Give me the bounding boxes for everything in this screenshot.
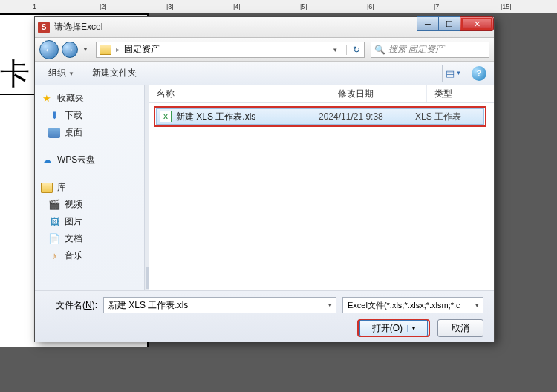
library-icon [41,182,53,194]
folder-icon [100,45,111,55]
forward-button[interactable]: → [62,42,78,58]
help-button[interactable]: ? [472,66,486,81]
sidebar-music[interactable]: ♪ 音乐 [35,247,144,264]
open-button[interactable]: 打开(O) [359,320,428,336]
column-headers[interactable]: 名称 修改日期 类型 [149,85,494,103]
sidebar-libraries[interactable]: 库 [35,179,144,196]
download-icon: ⬇ [48,110,60,122]
background-card-glyph: 卡 [0,53,30,94]
breadcrumb-dropdown[interactable]: ▾ [331,46,342,53]
cancel-button[interactable]: 取消 [437,319,483,337]
open-button-annotation: 打开(O) [357,319,430,337]
music-icon: ♪ [48,250,60,262]
file-list[interactable]: X 新建 XLS 工作表.xls 2024/11/21 9:38 XLS 工作表 [149,103,494,290]
picture-icon: 🖼 [48,216,60,228]
video-icon: 🎬 [48,199,60,211]
column-name[interactable]: 名称 [149,85,330,102]
desktop-icon [48,127,60,139]
star-icon: ★ [41,93,53,105]
window-buttons: ─ ☐ ✕ [417,16,494,31]
organize-menu[interactable]: 组织▼ [42,65,80,82]
dialog-title: 请选择Excel [54,21,102,33]
file-open-dialog: S 请选择Excel ─ ☐ ✕ ← → ▼ ▸ 固定资产 ▾ ↻ 🔍 搜索 固… [34,16,495,342]
dialog-buttons: 打开(O) 取消 [45,319,483,337]
search-icon: 🔍 [374,45,385,55]
sidebar-favorites[interactable]: ★ 收藏夹 [35,90,144,107]
ruler: 1|2||3||4||5||6||7||15| [0,0,557,13]
file-row-selected[interactable]: X 新建 XLS 工作表.xls 2024/11/21 9:38 XLS 工作表 [156,108,484,125]
arrow-right-icon: → [65,45,74,55]
document-icon: 📄 [48,233,60,245]
sidebar-desktop[interactable]: 桌面 [35,124,144,141]
file-type: XLS 工作表 [415,111,481,123]
back-button[interactable]: ← [39,40,59,59]
maximize-button[interactable]: ☐ [438,16,460,31]
search-placeholder: 搜索 固定资产 [388,43,444,56]
search-input[interactable]: 🔍 搜索 固定资产 [371,42,489,58]
highlighted-file-annotation: X 新建 XLS 工作表.xls 2024/11/21 9:38 XLS 工作表 [154,106,486,127]
sidebar-wps-cloud[interactable]: ☁ WPS云盘 [35,151,144,169]
sidebar-documents[interactable]: 📄 文档 [35,230,144,247]
cloud-icon: ☁ [41,154,53,166]
organize-toolbar: 组织▼ 新建文件夹 ▤▼ ? [35,62,494,85]
view-options-button[interactable]: ▤▼ [442,65,464,82]
file-name: 新建 XLS 工作表.xls [176,111,319,123]
arrow-left-icon: ← [44,44,54,56]
column-type[interactable]: 类型 [427,85,494,102]
filename-label: 文件名(N): [45,299,97,312]
sidebar-videos[interactable]: 🎬 视频 [35,196,144,213]
dialog-bottom-panel: 文件名(N): 新建 XLS 工作表.xls Excel文件(*.xls;*.x… [35,290,494,342]
close-button[interactable]: ✕ [460,16,494,31]
breadcrumb-bar[interactable]: ▸ 固定资产 ▾ ↻ [96,42,365,58]
titlebar[interactable]: S 请选择Excel ─ ☐ ✕ [35,17,494,38]
new-folder-button[interactable]: 新建文件夹 [86,65,143,82]
dialog-body: ★ 收藏夹 ⬇ 下载 桌面 ☁ WPS云盘 库 🎬 [35,85,494,290]
filename-row: 文件名(N): 新建 XLS 工作表.xls Excel文件(*.xls;*.x… [45,297,483,313]
column-date[interactable]: 修改日期 [330,85,427,102]
refresh-button[interactable]: ↻ [346,45,361,55]
nav-history-dropdown[interactable]: ▼ [81,46,90,53]
sidebar-pictures[interactable]: 🖼 图片 [35,213,144,230]
breadcrumb-current[interactable]: 固定资产 [124,43,160,56]
nav-toolbar: ← → ▼ ▸ 固定资产 ▾ ↻ 🔍 搜索 固定资产 [35,38,494,62]
minimize-button[interactable]: ─ [417,16,439,31]
sidebar-downloads[interactable]: ⬇ 下载 [35,107,144,124]
file-type-filter[interactable]: Excel文件(*.xls;*.xlsx;*.xlsm;*.c [342,297,483,313]
file-date: 2024/11/21 9:38 [319,111,415,122]
chevron-right-icon: ▸ [116,45,120,53]
app-icon: S [38,22,50,33]
xls-file-icon: X [160,111,172,122]
filename-combobox[interactable]: 新建 XLS 工作表.xls [103,297,336,313]
file-list-pane: 名称 修改日期 类型 X 新建 XLS 工作表.xls 2024/11/21 9… [149,85,494,290]
places-sidebar[interactable]: ★ 收藏夹 ⬇ 下载 桌面 ☁ WPS云盘 库 🎬 [35,85,145,290]
